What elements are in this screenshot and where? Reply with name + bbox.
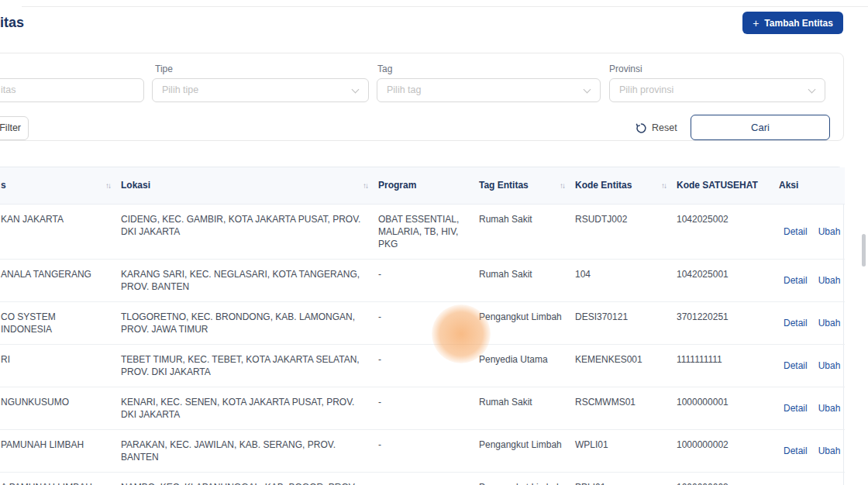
tag-placeholder: Pilih tag	[387, 84, 421, 95]
entity-tag: Pengangkut Limbah	[479, 311, 562, 322]
detail-link[interactable]: Detail	[784, 445, 808, 456]
ubah-link[interactable]: Ubah	[818, 403, 841, 414]
tipe-placeholder: Pilih tipe	[162, 84, 198, 95]
entity-tag: Rumah Sakit	[479, 269, 532, 280]
entity-name: RI	[1, 354, 10, 365]
entity-tag: Pengangkut Limbah	[479, 439, 562, 450]
detail-link[interactable]: Detail	[784, 318, 808, 328]
add-entity-button[interactable]: + Tambah Entitas	[742, 12, 843, 34]
detail-link[interactable]: Detail	[784, 275, 808, 286]
top-divider	[22, 6, 868, 7]
table-row: RI TEBET TIMUR, KEC. TEBET, KOTA JAKARTA…	[0, 344, 845, 387]
reset-button[interactable]: Reset	[636, 120, 677, 136]
entity-program: -	[378, 269, 381, 280]
entity-kode-satusehat: 3701220251	[677, 311, 728, 322]
entity-lokasi: TLOGORETNO, KEC. BRONDONG, KAB. LAMONGAN…	[121, 311, 355, 335]
entity-name: CO SYSTEM INDONESIA	[1, 311, 56, 335]
entity-name: NGUNKUSUMO	[1, 397, 69, 408]
sort-icon[interactable]: ↑↓	[560, 181, 564, 190]
tipe-label: Tipe	[155, 64, 173, 74]
column-header-tag-entitas: Tag Entitas	[479, 180, 529, 191]
ubah-link[interactable]: Ubah	[818, 445, 841, 456]
reset-icon	[636, 122, 647, 134]
entity-list-page: itas + Tambah Entitas Tipe Tag Provinsi …	[0, 0, 868, 485]
sort-icon[interactable]: ↑↓	[363, 181, 367, 190]
entity-kode: RSCMWMS01	[575, 397, 636, 408]
entity-name: KAN JAKARTA	[1, 214, 64, 225]
column-header-kode-satusehat: Kode SATUSEHAT	[677, 180, 758, 191]
entity-kode: PPLI01	[575, 482, 605, 485]
search-button[interactable]: Cari	[691, 115, 830, 140]
entity-name: ANALA TANGERANG	[1, 269, 91, 280]
ubah-link[interactable]: Ubah	[818, 318, 841, 328]
chevron-down-icon	[808, 86, 816, 94]
entity-name-search-placeholder: itas	[1, 84, 16, 95]
entities-table: s ↑↓ Lokasi ↑↓ Program Tag Entitas ↑↓ Ko…	[0, 167, 845, 485]
column-header-name: s	[1, 180, 6, 191]
table-row: CO SYSTEM INDONESIA TLOGORETNO, KEC. BRO…	[0, 301, 845, 344]
detail-link[interactable]: Detail	[784, 403, 808, 414]
entity-kode: WPLI01	[575, 439, 608, 450]
column-header-lokasi: Lokasi	[121, 180, 150, 191]
ubah-link[interactable]: Ubah	[818, 275, 841, 286]
entity-lokasi: CIDENG, KEC. GAMBIR, KOTA JAKARTA PUSAT,…	[121, 214, 360, 237]
reset-label: Reset	[652, 122, 677, 133]
plus-icon: +	[753, 18, 759, 29]
entity-program: -	[378, 439, 381, 450]
provinsi-label: Provinsi	[609, 64, 642, 74]
add-entity-button-label: Tambah Entitas	[764, 18, 832, 29]
detail-link[interactable]: Detail	[784, 226, 808, 237]
entity-kode: KEMENKES001	[575, 354, 642, 365]
tipe-select[interactable]: Pilih tipe	[152, 78, 369, 102]
table-header-row: s ↑↓ Lokasi ↑↓ Program Tag Entitas ↑↓ Ko…	[0, 167, 845, 204]
sort-icon[interactable]: ↑↓	[661, 181, 666, 190]
filter-button[interactable]: Filter	[0, 116, 29, 140]
entity-kode: 104	[575, 269, 591, 280]
entity-name-search-input[interactable]: itas	[0, 78, 144, 102]
entity-tag: Pengangkut Limbah	[479, 482, 562, 485]
scrollbar-thumb[interactable]	[862, 234, 866, 267]
provinsi-select[interactable]: Pilih provinsi	[609, 78, 825, 102]
entity-name: A PAMUNAH LIMBAH	[1, 482, 92, 485]
entity-lokasi: TEBET TIMUR, KEC. TEBET, KOTA JAKARTA SE…	[121, 354, 360, 377]
table-body: KAN JAKARTA CIDENG, KEC. GAMBIR, KOTA JA…	[0, 204, 845, 485]
entity-kode-satusehat: 1000000003	[677, 482, 728, 485]
sort-icon[interactable]: ↑↓	[105, 181, 110, 190]
table-row: A PAMUNAH LIMBAH NAMBO, KEC. KLAPANUNGGA…	[0, 472, 845, 485]
entity-tag: Penyedia Utama	[479, 354, 548, 365]
column-header-kode-entitas: Kode Entitas	[575, 180, 632, 191]
column-header-program: Program	[378, 180, 416, 191]
entity-tag: Rumah Sakit	[479, 214, 532, 225]
entity-lokasi: KARANG SARI, KEC. NEGLASARI, KOTA TANGER…	[121, 269, 360, 292]
page-title: itas	[0, 15, 24, 31]
ubah-link[interactable]: Ubah	[818, 360, 841, 371]
column-header-aksi: Aksi	[779, 180, 798, 191]
provinsi-placeholder: Pilih provinsi	[619, 84, 673, 95]
chevron-down-icon	[352, 86, 360, 94]
table-row: PAMUNAH LIMBAH PARAKAN, KEC. JAWILAN, KA…	[0, 429, 845, 472]
entity-lokasi: KENARI, KEC. SENEN, KOTA JAKARTA PUSAT, …	[121, 397, 354, 420]
tag-label: Tag	[377, 64, 392, 74]
entity-kode: RSUDTJ002	[575, 214, 627, 225]
entities-table-card: s ↑↓ Lokasi ↑↓ Program Tag Entitas ↑↓ Ko…	[0, 167, 844, 485]
entity-lokasi: PARAKAN, KEC. JAWILAN, KAB. SERANG, PROV…	[121, 439, 336, 463]
entity-kode-satusehat: 1042025001	[677, 269, 728, 280]
detail-link[interactable]: Detail	[784, 360, 808, 371]
entity-program: -	[378, 311, 381, 322]
entity-name: PAMUNAH LIMBAH	[1, 439, 84, 450]
entity-kode-satusehat: 1042025002	[677, 214, 728, 225]
table-row: ANALA TANGERANG KARANG SARI, KEC. NEGLAS…	[0, 259, 845, 301]
entity-kode-satusehat: 1111111111	[677, 354, 722, 365]
entity-program: -	[378, 354, 381, 365]
entity-tag: Rumah Sakit	[479, 397, 532, 408]
entity-program: -	[378, 482, 381, 485]
entity-program: OBAT ESSENTIAL, MALARIA, TB, HIV, PKG	[378, 214, 459, 249]
entity-kode-satusehat: 1000000002	[677, 439, 728, 450]
table-row: KAN JAKARTA CIDENG, KEC. GAMBIR, KOTA JA…	[0, 204, 845, 259]
tag-select[interactable]: Pilih tag	[377, 78, 601, 102]
table-row: NGUNKUSUMO KENARI, KEC. SENEN, KOTA JAKA…	[0, 387, 845, 429]
ubah-link[interactable]: Ubah	[818, 226, 841, 237]
chevron-down-icon	[584, 86, 591, 94]
entity-program: -	[378, 397, 381, 408]
entity-kode-satusehat: 1000000001	[677, 397, 728, 408]
